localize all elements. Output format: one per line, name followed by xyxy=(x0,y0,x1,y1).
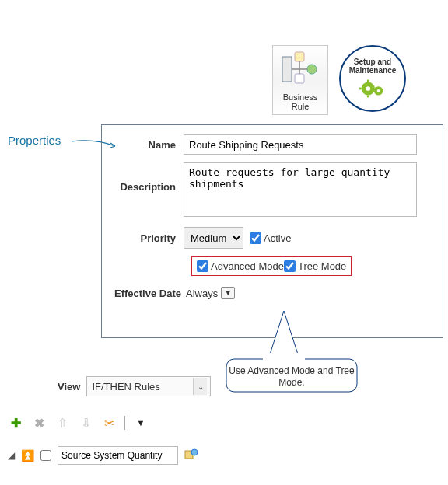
name-input[interactable] xyxy=(184,134,417,155)
chevron-down-icon: ▼ xyxy=(137,418,145,427)
svg-rect-13 xyxy=(263,353,305,365)
expand-toggle[interactable]: ◢ xyxy=(8,450,15,461)
more-menu-button[interactable]: ▼ xyxy=(133,415,149,431)
svg-point-15 xyxy=(191,449,198,455)
x-icon: ✖ xyxy=(34,416,44,431)
callout-bubble-text: Use Advanced Mode and Tree Mode. xyxy=(226,365,358,389)
effective-date-value: Always xyxy=(186,288,218,299)
description-input[interactable] xyxy=(184,162,417,217)
svg-point-7 xyxy=(377,89,380,92)
tree-mode-checkbox[interactable] xyxy=(284,260,296,272)
priority-label: Priority xyxy=(110,232,184,244)
advanced-mode-label: Advanced Mode xyxy=(211,260,284,272)
description-label: Description xyxy=(110,162,184,193)
chevron-down-icon: ▼ xyxy=(225,289,232,297)
name-label: Name xyxy=(110,139,184,151)
view-label: View xyxy=(58,381,80,393)
arrow-down-icon: ⇩ xyxy=(81,416,91,431)
properties-callout-label: Properties xyxy=(8,134,61,147)
collapse-all-button[interactable]: ⏫ xyxy=(21,450,34,461)
move-up-button[interactable]: ⇧ xyxy=(54,415,70,431)
arrow-up-icon: ⇧ xyxy=(58,416,68,431)
properties-panel: Name Description Priority Medium Active … xyxy=(101,124,443,338)
svg-rect-2 xyxy=(295,74,304,83)
view-select[interactable]: IF/THEN Rules ⌄ xyxy=(86,376,211,396)
business-rule-button[interactable]: Business Rule xyxy=(272,45,328,115)
advanced-mode-checkbox[interactable] xyxy=(197,260,208,272)
triangle-down-icon: ◢ xyxy=(8,450,15,461)
cut-button[interactable]: ✂ xyxy=(101,415,117,431)
move-down-button[interactable]: ⇩ xyxy=(78,415,93,431)
chevron-down-icon: ⌄ xyxy=(193,378,207,395)
callout-bubble: Use Advanced Mode and Tree Mode. xyxy=(226,342,358,411)
double-chevron-up-icon: ⏫ xyxy=(21,449,34,462)
business-rule-label: Business Rule xyxy=(273,92,327,111)
svg-point-6 xyxy=(366,86,370,91)
row-checkbox[interactable] xyxy=(40,450,51,461)
browse-button[interactable] xyxy=(184,448,198,464)
modes-highlight-box: Advanced Mode Tree Mode xyxy=(191,256,352,276)
plus-icon: ✚ xyxy=(11,416,21,431)
setup-maintenance-label: Setup and Maintenance xyxy=(341,58,404,75)
separator xyxy=(124,416,125,430)
tree-mode-label: Tree Mode xyxy=(298,260,346,272)
scissors-icon: ✂ xyxy=(104,416,114,431)
priority-select[interactable]: Medium xyxy=(184,227,243,249)
svg-rect-0 xyxy=(282,57,292,82)
active-checkbox[interactable] xyxy=(250,232,261,244)
business-rule-icon xyxy=(281,51,320,88)
svg-point-3 xyxy=(307,65,317,74)
active-label: Active xyxy=(264,232,291,244)
svg-rect-1 xyxy=(295,52,304,61)
rules-toolbar: ✚ ✖ ⇧ ⇩ ✂ ▼ xyxy=(8,415,149,431)
gear-icon xyxy=(358,78,387,99)
setup-maintenance-button[interactable]: Setup and Maintenance xyxy=(339,45,406,112)
source-system-input[interactable] xyxy=(58,446,178,465)
effective-date-label: Effective Date xyxy=(114,288,181,299)
view-select-value: IF/THEN Rules xyxy=(92,381,159,393)
add-button[interactable]: ✚ xyxy=(8,415,23,431)
delete-button[interactable]: ✖ xyxy=(31,415,47,431)
effective-date-dropdown[interactable]: ▼ xyxy=(221,287,235,299)
